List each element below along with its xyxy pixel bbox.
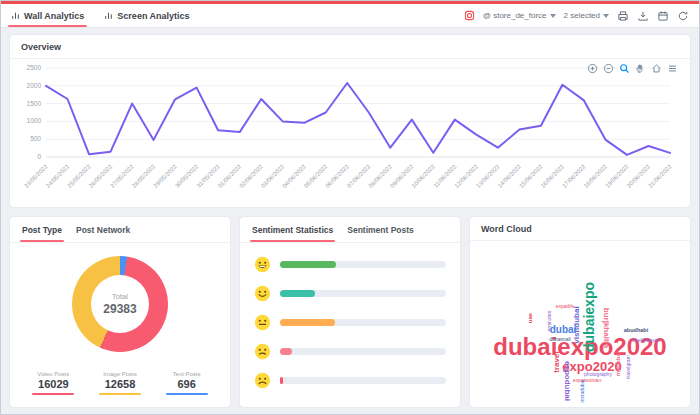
sentiment-bar-fill [280, 377, 283, 384]
wordcloud-word[interactable]: abudhabi [624, 328, 648, 334]
home-icon[interactable] [651, 63, 662, 74]
chart-line-series [46, 83, 670, 155]
wordcloud-word[interactable]: uae [527, 313, 533, 323]
neutral-emoji [254, 314, 271, 331]
wordcloud-word[interactable]: sheikhzayed [632, 338, 660, 343]
legend-color-bar [166, 393, 208, 395]
legend-value: 696 [166, 378, 208, 390]
overview-card: Overview 0500100015002000250023/05/20222… [9, 34, 691, 208]
word-cloud-card: Word Cloud dubaiexpo2020expo2020dubaiexp… [469, 216, 691, 408]
download-icon[interactable] [637, 10, 649, 22]
svg-text:21/06/2022: 21/06/2022 [647, 163, 673, 189]
slight-frown-emoji [254, 343, 271, 360]
wordcloud-word[interactable]: travelgram [626, 355, 631, 379]
pan-icon[interactable] [635, 63, 646, 74]
top-navigation-bar: Wall Analytics Screen Analytics @ store_… [1, 4, 699, 28]
legend-value: 12658 [99, 378, 141, 390]
main-tabs: Wall Analytics Screen Analytics [11, 4, 190, 27]
bar-chart-icon [104, 11, 113, 20]
donut-total-label: Total [112, 292, 128, 301]
svg-text:1000: 1000 [27, 117, 42, 124]
wordcloud-word[interactable]: dubai [550, 325, 577, 335]
tab-sentiment-statistics[interactable]: Sentiment Statistics [252, 225, 333, 242]
svg-text:0: 0 [37, 153, 41, 160]
legend-item[interactable]: Video Posts16029 [32, 371, 74, 395]
instagram-icon [464, 10, 475, 21]
post-type-card-tabs: Post Type Post Network [10, 217, 230, 243]
sentiment-card: Sentiment Statistics Sentiment Posts [239, 216, 461, 408]
overview-line-chart[interactable]: 0500100015002000250023/05/202224/05/2022… [10, 61, 678, 199]
zoom-in-icon[interactable] [587, 63, 598, 74]
sentiment-bar-fill [280, 261, 336, 268]
sentiment-bar-track[interactable] [280, 348, 446, 355]
legend-label: Image Posts [99, 371, 141, 377]
menu-icon[interactable] [667, 63, 678, 74]
dashboard-main: Overview 0500100015002000250023/05/20222… [1, 28, 699, 414]
selection-zoom-icon[interactable] [619, 63, 630, 74]
zoom-out-icon[interactable] [603, 63, 614, 74]
legend-color-bar [32, 393, 74, 395]
wordcloud-word[interactable]: burjkhalifa [602, 308, 610, 348]
sentiment-bar-track[interactable] [280, 377, 446, 384]
tab-label: Wall Analytics [24, 11, 84, 21]
sentiment-row [254, 372, 446, 389]
legend-item[interactable]: Text Posts696 [166, 371, 208, 395]
selection-dropdown[interactable]: 2 selected [564, 11, 609, 20]
wordcloud-word[interactable]: travel [553, 351, 561, 372]
wordcloud-word[interactable]: dubaimall [549, 337, 570, 342]
tab-post-type[interactable]: Post Type [22, 225, 62, 242]
wordcloud-word[interactable]: instadubai [580, 380, 585, 403]
smile-emoji [254, 285, 271, 302]
app-window: Wall Analytics Screen Analytics @ store_… [0, 0, 700, 415]
refresh-icon[interactable] [677, 10, 689, 22]
post-type-card: Post Type Post Network Total 29383 Video… [9, 216, 231, 408]
wordcloud-word[interactable]: expodubai [563, 361, 571, 401]
wordcloud-word[interactable]: dubaiexpo [582, 282, 596, 352]
line-chart-container: 0500100015002000250023/05/202224/05/2022… [10, 61, 690, 203]
chart-toolbar [587, 63, 678, 74]
bar-chart-icon [11, 11, 20, 20]
overview-title: Overview [10, 35, 690, 59]
sentiment-bar-fill [280, 290, 315, 297]
bottom-cards-row: Post Type Post Network Total 29383 Video… [9, 216, 691, 408]
account-handle: @ store_de_force [483, 11, 547, 20]
frown-emoji [254, 372, 271, 389]
sentiment-bar-track[interactable] [280, 319, 446, 326]
account-dropdown[interactable]: @ store_de_force [483, 11, 556, 20]
sentiment-card-tabs: Sentiment Statistics Sentiment Posts [240, 217, 460, 243]
legend-label: Text Posts [166, 371, 208, 377]
sentiment-bar-fill [280, 348, 292, 355]
topbar-controls: @ store_de_force 2 selected [464, 4, 689, 27]
svg-text:1500: 1500 [27, 100, 42, 107]
grin-emoji [254, 256, 271, 273]
svg-text:2500: 2500 [27, 64, 42, 71]
calendar-icon[interactable] [657, 10, 669, 22]
svg-text:500: 500 [30, 135, 41, 142]
sentiment-row [254, 314, 446, 331]
tab-label: Screen Analytics [117, 11, 189, 21]
word-cloud: dubaiexpo2020expo2020dubaiexpovisitdubai… [470, 243, 691, 401]
sentiment-bar-track[interactable] [280, 290, 446, 297]
sentiment-bar-fill [280, 319, 335, 326]
post-type-donut-chart[interactable]: Total 29383 [72, 256, 168, 352]
tab-post-network[interactable]: Post Network [76, 225, 130, 242]
wordcloud-word[interactable]: emirates [547, 310, 553, 331]
donut-total-value: 29383 [103, 302, 136, 316]
legend-color-bar [99, 393, 141, 395]
tab-screen-analytics[interactable]: Screen Analytics [104, 4, 189, 27]
wordcloud-word[interactable]: expatwoman [573, 378, 601, 383]
printer-icon[interactable] [617, 10, 629, 22]
sentiment-rows [240, 243, 460, 401]
wordcloud-word[interactable]: expatlife [556, 304, 575, 309]
wordcloud-word[interactable]: mydubai [615, 352, 621, 377]
sentiment-bar-track[interactable] [280, 261, 446, 268]
sentiment-row [254, 343, 446, 360]
donut-center: Total 29383 [91, 275, 149, 333]
chevron-down-icon [550, 14, 556, 18]
word-cloud-title: Word Cloud [470, 217, 690, 241]
chevron-down-icon [603, 14, 609, 18]
selection-label: 2 selected [564, 11, 600, 20]
tab-wall-analytics[interactable]: Wall Analytics [11, 4, 84, 27]
legend-item[interactable]: Image Posts12658 [99, 371, 141, 395]
tab-sentiment-posts[interactable]: Sentiment Posts [347, 225, 414, 242]
